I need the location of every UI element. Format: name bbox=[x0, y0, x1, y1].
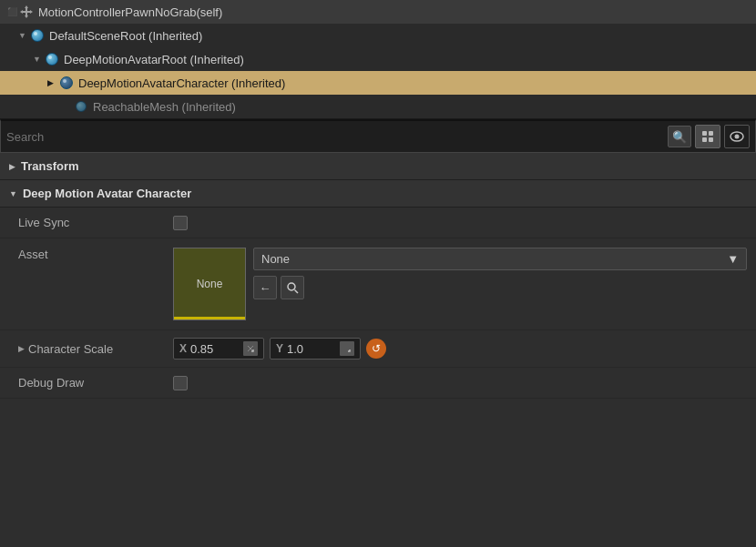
search-input[interactable] bbox=[6, 130, 664, 144]
tree-item-root-label: MotionControllerPawnNoGrab(self) bbox=[38, 5, 222, 19]
svg-rect-2 bbox=[702, 137, 707, 142]
x-drag-handle[interactable] bbox=[243, 341, 258, 356]
tree-arrow-closed: ▶ bbox=[47, 78, 58, 87]
svg-point-6 bbox=[288, 283, 295, 290]
y-input[interactable]: Y 1.0 bbox=[270, 338, 361, 360]
live-sync-control bbox=[173, 216, 747, 230]
svg-line-7 bbox=[295, 290, 299, 294]
debug-draw-row: Debug Draw bbox=[0, 368, 756, 399]
asset-actions: ← bbox=[253, 276, 747, 299]
svg-rect-1 bbox=[709, 131, 713, 136]
tree-arrow-open: ▼ bbox=[18, 31, 29, 40]
hierarchy-scroll[interactable]: ⬛ MotionControllerPawnNoGrab(self) ▼ Def… bbox=[0, 0, 756, 118]
transform-section-header[interactable]: ▶ Transform bbox=[0, 153, 756, 180]
deep-motion-section-header[interactable]: ▼ Deep Motion Avatar Character bbox=[0, 180, 756, 208]
asset-dropdown[interactable]: None ▼ bbox=[253, 248, 747, 270]
asset-search-button[interactable] bbox=[281, 276, 304, 299]
live-sync-label: Live Sync bbox=[18, 216, 173, 229]
reset-button[interactable]: ↺ bbox=[366, 339, 386, 359]
asset-thumb-bar bbox=[174, 317, 245, 319]
y-label: Y bbox=[276, 342, 283, 355]
tree-item-deep-motion-character[interactable]: ▶ DeepMotionAvatarCharacter (Inherited) bbox=[0, 71, 756, 95]
tree-item-reachable-mesh[interactable]: ReachableMesh (Inherited) bbox=[0, 95, 756, 118]
deep-motion-section-title: Deep Motion Avatar Character bbox=[23, 187, 191, 200]
tree-item-character-label: DeepMotionAvatarCharacter (Inherited) bbox=[78, 76, 285, 90]
asset-control: None None ▼ ← bbox=[173, 248, 747, 320]
reset-icon: ↺ bbox=[372, 342, 381, 355]
svg-point-5 bbox=[735, 135, 740, 139]
tree-item-root[interactable]: ⬛ MotionControllerPawnNoGrab(self) bbox=[0, 0, 756, 24]
svg-rect-0 bbox=[702, 131, 707, 136]
asset-right-panel: None ▼ ← bbox=[253, 248, 747, 299]
debug-draw-checkbox[interactable] bbox=[173, 376, 188, 390]
x-value: 0.85 bbox=[190, 342, 241, 356]
sphere-icon-1 bbox=[29, 27, 46, 44]
details-panel[interactable]: ▶ Transform ▼ Deep Motion Avatar Charact… bbox=[0, 153, 756, 547]
asset-thumb-label: None bbox=[197, 278, 223, 290]
asset-label: Asset bbox=[18, 248, 173, 261]
debug-draw-control bbox=[173, 376, 747, 390]
character-scale-control: X 0.85 Y 1.0 bbox=[173, 338, 747, 360]
svg-rect-3 bbox=[709, 137, 713, 142]
tree-item-default-scene-root-label: DefaultSceneRoot (Inherited) bbox=[49, 29, 202, 43]
debug-draw-label: Debug Draw bbox=[18, 376, 173, 390]
sphere-icon-sm bbox=[73, 98, 89, 115]
live-sync-row: Live Sync bbox=[0, 208, 756, 238]
live-sync-checkbox[interactable] bbox=[173, 216, 188, 230]
move-arrows-icon bbox=[18, 4, 35, 20]
asset-row: Asset None None ▼ ← bbox=[0, 238, 756, 330]
sphere-icon-2 bbox=[44, 51, 60, 67]
character-scale-label: ▶ Character Scale bbox=[18, 342, 173, 356]
tree-item-default-scene-root[interactable]: ▼ DefaultSceneRoot (Inherited) bbox=[0, 24, 756, 47]
deep-motion-arrow-icon: ▼ bbox=[9, 189, 17, 198]
tree-item-deep-motion-root[interactable]: ▼ DeepMotionAvatarRoot (Inherited) bbox=[0, 47, 756, 71]
sphere-icon-3 bbox=[58, 75, 75, 91]
grid-view-button[interactable] bbox=[695, 125, 720, 148]
tree-arrow-open-2: ▼ bbox=[33, 55, 44, 64]
back-arrow-icon: ← bbox=[260, 281, 271, 295]
asset-back-button[interactable]: ← bbox=[253, 276, 277, 299]
asset-thumbnail[interactable]: None bbox=[173, 248, 246, 320]
tree-item-reachable-mesh-label: ReachableMesh (Inherited) bbox=[93, 100, 236, 114]
x-input[interactable]: X 0.85 bbox=[173, 338, 264, 360]
search-button[interactable]: 🔍 bbox=[668, 126, 691, 147]
main-panel: ⬛ MotionControllerPawnNoGrab(self) ▼ Def… bbox=[0, 0, 756, 547]
tree-item-deep-motion-root-label: DeepMotionAvatarRoot (Inherited) bbox=[64, 53, 244, 66]
asset-dropdown-value: None bbox=[261, 252, 290, 266]
character-scale-arrow-icon: ▶ bbox=[18, 344, 25, 353]
visibility-button[interactable] bbox=[724, 125, 750, 148]
transform-section-title: Transform bbox=[21, 159, 79, 173]
x-label: X bbox=[179, 342, 187, 355]
transform-arrow-icon: ▶ bbox=[9, 162, 15, 171]
y-value: 1.0 bbox=[287, 342, 338, 356]
character-scale-row: ▶ Character Scale X 0.85 bbox=[0, 330, 756, 368]
move-icon: ⬛ bbox=[7, 7, 18, 16]
asset-dropdown-arrow-icon: ▼ bbox=[727, 252, 739, 266]
search-bar: 🔍 bbox=[0, 119, 756, 153]
vector-field: X 0.85 Y 1.0 bbox=[173, 338, 386, 360]
hierarchy-panel: ⬛ MotionControllerPawnNoGrab(self) ▼ Def… bbox=[0, 0, 756, 119]
y-drag-handle[interactable] bbox=[340, 341, 354, 356]
